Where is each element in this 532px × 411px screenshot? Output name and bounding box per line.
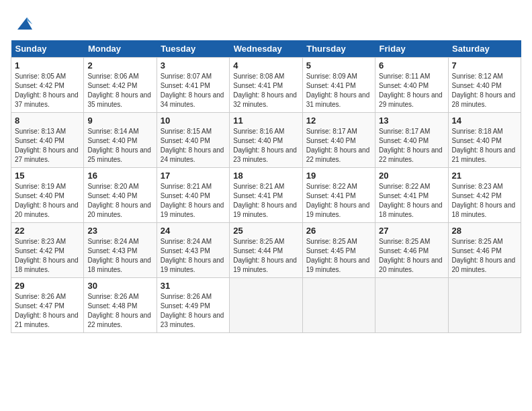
calendar-cell: 12 Sunrise: 8:17 AM Sunset: 4:40 PM Dayl… xyxy=(302,113,375,168)
calendar-cell: 18 Sunrise: 8:21 AM Sunset: 4:41 PM Dayl… xyxy=(230,168,302,223)
day-info: Sunrise: 8:26 AM Sunset: 4:49 PM Dayligh… xyxy=(161,292,226,330)
day-info: Sunrise: 8:25 AM Sunset: 4:44 PM Dayligh… xyxy=(233,237,298,275)
sunrise-label: Sunrise: 8:17 AM xyxy=(306,128,357,135)
day-number: 25 xyxy=(233,226,298,236)
daylight-label: Daylight: 8 hours and 21 minutes. xyxy=(452,146,516,163)
day-info: Sunrise: 8:07 AM Sunset: 4:41 PM Dayligh… xyxy=(161,72,226,109)
sunrise-label: Sunrise: 8:17 AM xyxy=(379,128,430,135)
calendar-cell xyxy=(230,278,302,333)
sunrise-label: Sunrise: 8:16 AM xyxy=(233,128,284,135)
calendar-week-row: 15 Sunrise: 8:19 AM Sunset: 4:40 PM Dayl… xyxy=(11,168,521,223)
sunset-label: Sunset: 4:40 PM xyxy=(15,192,64,199)
sunrise-label: Sunrise: 8:25 AM xyxy=(379,238,430,245)
weekday-header-thursday: Thursday xyxy=(302,40,375,58)
calendar-cell: 26 Sunrise: 8:25 AM Sunset: 4:45 PM Dayl… xyxy=(302,223,375,278)
day-number: 12 xyxy=(306,116,371,126)
sunset-label: Sunset: 4:41 PM xyxy=(306,82,356,89)
day-info: Sunrise: 8:12 AM Sunset: 4:40 PM Dayligh… xyxy=(452,72,517,109)
logo xyxy=(11,11,34,32)
calendar-cell: 6 Sunrise: 8:11 AM Sunset: 4:40 PM Dayli… xyxy=(375,58,448,113)
day-number: 28 xyxy=(452,226,517,236)
day-number: 11 xyxy=(233,116,298,126)
calendar-cell: 3 Sunrise: 8:07 AM Sunset: 4:41 PM Dayli… xyxy=(157,58,229,113)
calendar-cell xyxy=(375,278,448,333)
sunset-label: Sunset: 4:42 PM xyxy=(15,82,64,89)
calendar-cell: 28 Sunrise: 8:25 AM Sunset: 4:46 PM Dayl… xyxy=(448,223,521,278)
day-number: 18 xyxy=(233,171,298,181)
day-info: Sunrise: 8:22 AM Sunset: 4:41 PM Dayligh… xyxy=(379,182,444,220)
day-info: Sunrise: 8:26 AM Sunset: 4:47 PM Dayligh… xyxy=(15,292,80,330)
daylight-label: Daylight: 8 hours and 18 minutes. xyxy=(15,257,79,273)
header xyxy=(11,11,521,32)
daylight-label: Daylight: 8 hours and 32 minutes. xyxy=(233,91,297,108)
day-info: Sunrise: 8:16 AM Sunset: 4:40 PM Dayligh… xyxy=(233,127,298,165)
calendar-cell: 4 Sunrise: 8:08 AM Sunset: 4:41 PM Dayli… xyxy=(230,58,302,113)
calendar-cell xyxy=(448,278,521,333)
daylight-label: Daylight: 8 hours and 24 minutes. xyxy=(161,146,224,163)
weekday-header-wednesday: Wednesday xyxy=(230,40,302,58)
sunset-label: Sunset: 4:45 PM xyxy=(306,247,356,255)
calendar-week-row: 22 Sunrise: 8:23 AM Sunset: 4:42 PM Dayl… xyxy=(11,223,521,278)
day-number: 20 xyxy=(379,171,444,181)
daylight-label: Daylight: 8 hours and 20 minutes. xyxy=(15,201,79,218)
day-number: 1 xyxy=(15,60,80,71)
sunrise-label: Sunrise: 8:13 AM xyxy=(15,128,66,135)
sunset-label: Sunset: 4:40 PM xyxy=(452,137,502,144)
day-number: 6 xyxy=(379,60,444,71)
day-info: Sunrise: 8:09 AM Sunset: 4:41 PM Dayligh… xyxy=(306,72,371,109)
sunset-label: Sunset: 4:42 PM xyxy=(15,247,64,255)
daylight-label: Daylight: 8 hours and 34 minutes. xyxy=(161,91,224,108)
sunrise-label: Sunrise: 8:25 AM xyxy=(306,238,357,245)
calendar-cell: 17 Sunrise: 8:21 AM Sunset: 4:40 PM Dayl… xyxy=(157,168,229,223)
sunrise-label: Sunrise: 8:15 AM xyxy=(161,128,212,135)
day-info: Sunrise: 8:22 AM Sunset: 4:41 PM Dayligh… xyxy=(306,182,371,220)
sunrise-label: Sunrise: 8:26 AM xyxy=(15,293,66,300)
sunrise-label: Sunrise: 8:08 AM xyxy=(233,73,284,80)
calendar-cell: 30 Sunrise: 8:26 AM Sunset: 4:48 PM Dayl… xyxy=(84,278,157,333)
sunrise-label: Sunrise: 8:19 AM xyxy=(15,183,66,190)
sunset-label: Sunset: 4:40 PM xyxy=(379,137,429,144)
day-number: 30 xyxy=(87,281,152,291)
day-number: 8 xyxy=(15,116,80,126)
day-info: Sunrise: 8:25 AM Sunset: 4:45 PM Dayligh… xyxy=(306,237,371,275)
calendar-cell: 10 Sunrise: 8:15 AM Sunset: 4:40 PM Dayl… xyxy=(157,113,229,168)
sunrise-label: Sunrise: 8:18 AM xyxy=(452,128,503,135)
day-info: Sunrise: 8:14 AM Sunset: 4:40 PM Dayligh… xyxy=(87,127,152,165)
sunset-label: Sunset: 4:49 PM xyxy=(161,302,210,310)
day-info: Sunrise: 8:19 AM Sunset: 4:40 PM Dayligh… xyxy=(15,182,80,220)
day-info: Sunrise: 8:20 AM Sunset: 4:40 PM Dayligh… xyxy=(87,182,152,220)
day-info: Sunrise: 8:23 AM Sunset: 4:42 PM Dayligh… xyxy=(15,237,80,275)
calendar-cell: 27 Sunrise: 8:25 AM Sunset: 4:46 PM Dayl… xyxy=(375,223,448,278)
sunrise-label: Sunrise: 8:22 AM xyxy=(306,183,357,190)
weekday-header-friday: Friday xyxy=(375,40,448,58)
daylight-label: Daylight: 8 hours and 29 minutes. xyxy=(379,91,443,108)
daylight-label: Daylight: 8 hours and 19 minutes. xyxy=(161,201,224,218)
header-row: SundayMondayTuesdayWednesdayThursdayFrid… xyxy=(11,40,521,58)
sunset-label: Sunset: 4:41 PM xyxy=(233,82,283,89)
sunrise-label: Sunrise: 8:26 AM xyxy=(161,293,212,300)
sunset-label: Sunset: 4:43 PM xyxy=(161,247,210,255)
daylight-label: Daylight: 8 hours and 21 minutes. xyxy=(15,312,79,328)
svg-marker-0 xyxy=(17,17,32,30)
day-number: 26 xyxy=(306,226,371,236)
calendar-cell: 31 Sunrise: 8:26 AM Sunset: 4:49 PM Dayl… xyxy=(157,278,229,333)
calendar-week-row: 8 Sunrise: 8:13 AM Sunset: 4:40 PM Dayli… xyxy=(11,113,521,168)
sunset-label: Sunset: 4:40 PM xyxy=(15,137,64,144)
logo-icon xyxy=(12,11,34,32)
daylight-label: Daylight: 8 hours and 23 minutes. xyxy=(161,312,224,328)
daylight-label: Daylight: 8 hours and 19 minutes. xyxy=(233,201,297,218)
main-container: SundayMondayTuesdayWednesdayThursdayFrid… xyxy=(0,0,532,338)
day-info: Sunrise: 8:26 AM Sunset: 4:48 PM Dayligh… xyxy=(87,292,152,330)
day-number: 9 xyxy=(87,116,152,126)
day-info: Sunrise: 8:13 AM Sunset: 4:40 PM Dayligh… xyxy=(15,127,80,165)
daylight-label: Daylight: 8 hours and 20 minutes. xyxy=(379,257,443,273)
sunset-label: Sunset: 4:43 PM xyxy=(87,247,137,255)
calendar-cell: 1 Sunrise: 8:05 AM Sunset: 4:42 PM Dayli… xyxy=(11,58,84,113)
daylight-label: Daylight: 8 hours and 19 minutes. xyxy=(306,257,370,273)
day-number: 22 xyxy=(15,226,80,236)
sunset-label: Sunset: 4:40 PM xyxy=(161,137,210,144)
day-number: 7 xyxy=(452,60,517,71)
daylight-label: Daylight: 8 hours and 23 minutes. xyxy=(233,146,297,163)
daylight-label: Daylight: 8 hours and 31 minutes. xyxy=(306,91,370,108)
daylight-label: Daylight: 8 hours and 25 minutes. xyxy=(87,146,151,163)
